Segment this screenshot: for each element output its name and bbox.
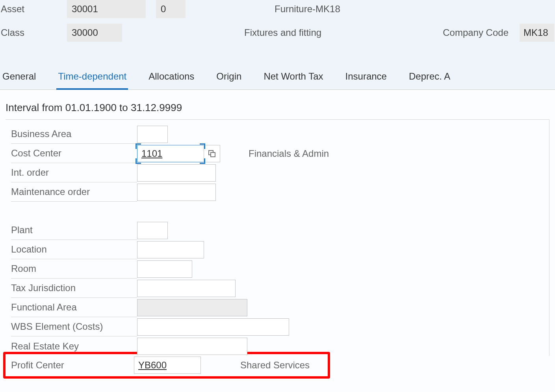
company-code-label: Company Code — [443, 27, 509, 38]
tab-time-dependent[interactable]: Time-dependent — [56, 67, 128, 90]
int-order-row: Int. order — [11, 163, 549, 182]
tax-jurisdiction-row: Tax Jurisdiction — [11, 279, 549, 298]
cost-center-focus-wrap — [137, 145, 220, 162]
asset-row: Asset Furniture-MK18 — [1, 0, 554, 18]
business-area-label: Business Area — [11, 124, 137, 144]
asset-sub-input[interactable] — [156, 0, 186, 18]
class-input[interactable] — [67, 24, 122, 42]
svg-rect-1 — [211, 152, 215, 157]
tab-strip: General Time-dependent Allocations Origi… — [0, 67, 555, 90]
functional-area-input[interactable] — [137, 299, 247, 316]
business-area-row: Business Area — [11, 124, 549, 144]
real-estate-key-label: Real Estate Key — [11, 336, 137, 356]
functional-area-label: Functional Area — [11, 298, 137, 317]
maintenance-order-input[interactable] — [137, 184, 216, 201]
plant-label: Plant — [11, 221, 137, 240]
room-input[interactable] — [137, 260, 192, 278]
wbs-element-label: WBS Element (Costs) — [11, 317, 137, 336]
cost-center-input[interactable] — [137, 145, 204, 162]
class-description: Fixtures and fitting — [244, 27, 321, 38]
interval-title: Interval from 01.01.1900 to 31.12.9999 — [6, 102, 549, 114]
asset-description: Furniture-MK18 — [275, 4, 554, 15]
header-area: Asset Furniture-MK18 Class Fixtures and … — [0, 0, 555, 55]
tab-general[interactable]: General — [1, 67, 37, 89]
tab-insurance[interactable]: Insurance — [344, 67, 388, 89]
tab-content: Interval from 01.01.1900 to 31.12.9999 B… — [0, 90, 555, 392]
cost-center-label: Cost Center — [11, 144, 137, 163]
asset-label: Asset — [1, 4, 64, 15]
cost-center-row: Cost Center Financials & Admin — [11, 144, 549, 163]
location-input[interactable] — [137, 241, 204, 258]
value-help-button[interactable] — [204, 145, 220, 162]
cost-center-description: Financials & Admin — [249, 148, 329, 159]
tab-deprec[interactable]: Deprec. A — [407, 67, 452, 89]
room-row: Room — [11, 259, 549, 279]
wbs-element-row: WBS Element (Costs) — [11, 317, 549, 336]
maintenance-order-row: Maintenance order — [11, 182, 549, 202]
profit-center-label: Profit Center — [11, 357, 134, 374]
business-area-input[interactable] — [137, 126, 168, 143]
int-order-input[interactable] — [137, 164, 216, 182]
tab-allocations[interactable]: Allocations — [147, 67, 196, 89]
asset-input[interactable] — [67, 0, 146, 18]
location-label: Location — [11, 240, 137, 259]
form-block: Business Area Cost Center Financials & A… — [6, 119, 549, 356]
int-order-label: Int. order — [11, 163, 137, 182]
tab-net-worth-tax[interactable]: Net Worth Tax — [262, 67, 325, 89]
class-row: Class Fixtures and fitting Company Code — [1, 24, 554, 42]
functional-area-row: Functional Area — [11, 298, 549, 317]
room-label: Room — [11, 259, 137, 279]
tax-jurisdiction-input[interactable] — [137, 280, 236, 297]
location-row: Location — [11, 240, 549, 259]
wbs-element-input[interactable] — [137, 318, 289, 336]
plant-input[interactable] — [137, 222, 168, 239]
real-estate-key-input[interactable] — [137, 338, 247, 355]
class-label: Class — [1, 27, 64, 38]
value-help-icon — [208, 150, 216, 158]
profit-center-row-highlight: Profit Center Shared Services — [3, 352, 330, 379]
plant-row: Plant — [11, 221, 549, 240]
tax-jurisdiction-label: Tax Jurisdiction — [11, 279, 137, 298]
tab-origin[interactable]: Origin — [215, 67, 243, 89]
maintenance-order-label: Maintenance order — [11, 182, 137, 202]
real-estate-key-row: Real Estate Key — [11, 336, 549, 356]
profit-center-description: Shared Services — [240, 360, 310, 371]
profit-center-input[interactable] — [134, 357, 201, 374]
company-code-input[interactable] — [520, 24, 554, 42]
